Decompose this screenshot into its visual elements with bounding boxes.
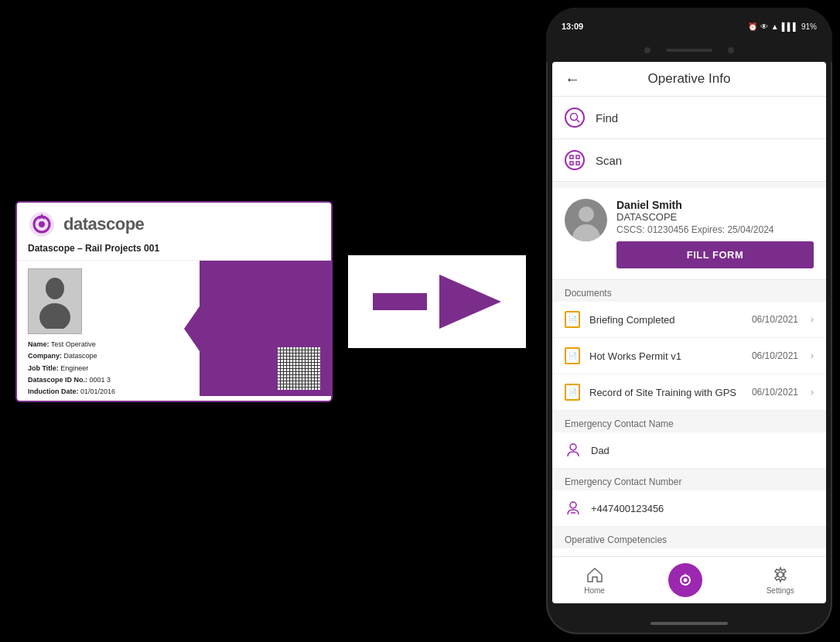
scan-icon-wrapper: [565, 150, 585, 170]
phone-screen[interactable]: ← Operative Info Find: [552, 62, 826, 588]
settings-svg: [772, 566, 789, 583]
nav-home[interactable]: Home: [584, 565, 605, 595]
speaker-bar: [666, 49, 712, 52]
app-header: ← Operative Info: [552, 62, 826, 97]
doc-date-3: 06/10/2021: [752, 387, 798, 398]
emergency-number-value: +447400123456: [591, 503, 664, 514]
svg-rect-8: [576, 155, 579, 159]
doc-name-1: Briefing Completed: [589, 314, 743, 326]
status-alarm-icon: ⏰: [748, 22, 757, 31]
datascope-logo-icon: [28, 210, 56, 238]
status-eye-icon: 👁: [760, 22, 768, 31]
qr-code: [278, 347, 320, 390]
camera-dot-2: [728, 47, 734, 53]
id-card-fields: Name: Test Operative Company: Datascope …: [28, 339, 179, 398]
svg-point-11: [570, 444, 576, 450]
find-icon: [565, 108, 585, 128]
arrow-body: [373, 293, 427, 310]
id-card-photo: [28, 268, 82, 334]
doc-icon-1: 📄: [565, 311, 580, 328]
status-signal-icon: ▌▌▌: [782, 22, 798, 31]
id-card-subtitle-text: Datascope – Rail Projects 001: [28, 243, 159, 254]
svg-point-4: [39, 303, 70, 329]
emergency-number-row: +447400123456: [552, 490, 826, 527]
id-card-section: datascope Datascope – Rail Projects 001 …: [15, 201, 348, 414]
doc-row-1[interactable]: 📄 Briefing Completed 06/10/2021 ›: [552, 302, 826, 338]
person-icon: [565, 442, 581, 458]
id-card: datascope Datascope – Rail Projects 001 …: [15, 201, 333, 402]
id-card-header: datascope: [17, 203, 331, 243]
scan-row[interactable]: Scan: [552, 139, 826, 182]
fill-form-button[interactable]: FILL FORM: [616, 241, 814, 268]
back-button[interactable]: ←: [565, 70, 580, 88]
field-label-company: Company:: [28, 352, 62, 360]
field-label-name: Name:: [28, 340, 50, 348]
operative-info: Daniel Smith DATASCOPE CSCS: 01230456 Ex…: [616, 199, 814, 268]
camera-dot: [644, 47, 650, 53]
chevron-right-icon-3: ›: [811, 387, 814, 398]
svg-point-12: [570, 502, 576, 508]
screen-title: Operative Info: [648, 71, 731, 87]
home-label: Home: [584, 586, 605, 595]
center-nav-icon: [668, 563, 702, 597]
status-right: ⏰ 👁 ▲ ▌▌▌ 91%: [748, 22, 817, 31]
svg-point-2: [39, 221, 45, 227]
operative-name: Daniel Smith: [616, 199, 814, 211]
phone-camera-row: [546, 39, 832, 62]
id-card-left: Name: Test Operative Company: Datascope …: [17, 261, 190, 396]
qr-inner: [278, 347, 320, 390]
contact-person-icon: [565, 442, 582, 459]
svg-rect-9: [570, 162, 573, 165]
doc-date-2: 06/10/2021: [752, 350, 798, 361]
chevron-right-icon-1: ›: [811, 314, 814, 325]
status-time: 13:09: [562, 22, 583, 31]
phone-icon: [565, 500, 581, 516]
id-card-body: Name: Test Operative Company: Datascope …: [17, 261, 331, 396]
documents-section-label: Documents: [552, 280, 826, 302]
svg-rect-10: [576, 162, 579, 165]
doc-name-2: Hot Works Permit v1: [589, 350, 743, 362]
person-silhouette-icon: [36, 275, 74, 329]
home-icon: [586, 565, 604, 584]
field-label-induction: Induction Date:: [28, 388, 79, 395]
field-label-jobtitle: Job Title:: [28, 364, 59, 372]
operative-company: DATASCOPE: [616, 211, 814, 223]
svg-point-3: [46, 278, 64, 299]
doc-icon-2: 📄: [565, 347, 580, 364]
id-card-right: [174, 261, 331, 396]
svg-line-6: [577, 120, 580, 123]
emergency-number-label: Emergency Contact Number: [552, 469, 826, 490]
settings-icon: [771, 565, 790, 584]
arrow-section: [348, 255, 526, 348]
settings-label: Settings: [767, 586, 794, 595]
doc-date-1: 06/10/2021: [752, 314, 798, 325]
operative-avatar: [565, 199, 607, 241]
field-label-id: Datascope ID No.:: [28, 376, 87, 384]
svg-rect-7: [570, 155, 573, 159]
operative-cscs: CSCS: 01230456 Expires: 25/04/2024: [616, 224, 814, 235]
status-battery: 91%: [801, 22, 817, 31]
phone-status-bar: 13:09 ⏰ 👁 ▲ ▌▌▌ 91%: [546, 8, 832, 39]
arrow-right-icon: [439, 275, 501, 329]
nav-center[interactable]: [668, 563, 702, 597]
doc-icon-3: 📄: [565, 384, 580, 401]
phone-outer: 13:09 ⏰ 👁 ▲ ▌▌▌ 91% ← Operative Info: [546, 8, 832, 634]
svg-point-16: [777, 572, 783, 578]
nav-settings[interactable]: Settings: [767, 565, 794, 595]
status-wifi-icon: ▲: [771, 22, 779, 31]
phone-home-bar: [650, 622, 728, 625]
scan-label: Scan: [596, 154, 622, 167]
phone-container: 13:09 ⏰ 👁 ▲ ▌▌▌ 91% ← Operative Info: [546, 8, 832, 634]
chevron-right-icon-2: ›: [811, 350, 814, 361]
home-svg: [586, 566, 603, 583]
bottom-nav: Home Settings: [552, 556, 826, 603]
datascope-nav-icon: [676, 571, 695, 589]
svg-point-5: [571, 114, 578, 121]
datascope-logo-text: datascope: [63, 214, 144, 234]
doc-row-3[interactable]: 📄 Record of Site Training with GPS 06/10…: [552, 374, 826, 411]
emergency-name-row: Dad: [552, 432, 826, 469]
scan-icon: [569, 155, 580, 166]
competencies-label: Operative Competencies: [552, 527, 826, 548]
doc-row-2[interactable]: 📄 Hot Works Permit v1 06/10/2021 ›: [552, 338, 826, 374]
find-row[interactable]: Find: [552, 97, 826, 139]
